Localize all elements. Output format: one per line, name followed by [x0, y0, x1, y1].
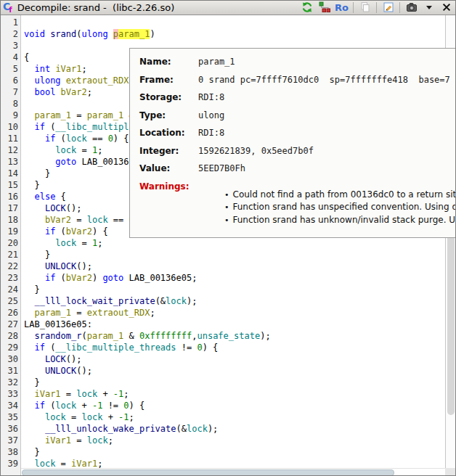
token[interactable]: (	[45, 401, 55, 411]
code-text[interactable]: LOCK();	[21, 202, 82, 214]
code-text[interactable]: UNLOCK();	[21, 365, 92, 377]
token[interactable]: if	[45, 226, 55, 237]
token[interactable]: __libc_multiple_threads	[55, 342, 176, 353]
code-text[interactable]: }	[21, 284, 40, 295]
code-line[interactable]: 2void srand(ulong param_1)	[1, 28, 445, 40]
token[interactable]: goto	[55, 157, 76, 167]
token[interactable]: );	[187, 296, 197, 306]
code-text[interactable]: if (__libc_multiple_threads != 0) {	[21, 342, 218, 353]
code-text[interactable]: else {	[21, 191, 66, 202]
token[interactable]: ;	[97, 459, 102, 468]
horizontal-scrollbar[interactable]	[21, 468, 445, 476]
token[interactable]: bVar2	[61, 87, 87, 97]
token[interactable]: -1	[113, 389, 123, 399]
panel-menu-button[interactable]	[423, 1, 435, 14]
token[interactable]: if	[34, 342, 44, 353]
token[interactable]: ;	[82, 64, 87, 74]
token[interactable]: lock	[34, 459, 55, 468]
token[interactable]: (	[81, 331, 86, 341]
token[interactable]: iVar1	[55, 64, 81, 74]
token[interactable]: UNLOCK	[45, 366, 76, 376]
token[interactable]: lock	[87, 435, 108, 446]
token[interactable]: -1	[118, 412, 129, 422]
code-text[interactable]: }	[21, 249, 50, 260]
token[interactable]: UNLOCK	[45, 261, 76, 271]
token[interactable]: bVar2	[66, 226, 92, 237]
token[interactable]: ;	[129, 412, 134, 422]
token[interactable]: LOCK	[45, 354, 66, 364]
code-text[interactable]	[21, 40, 24, 52]
token[interactable]: =	[71, 215, 87, 225]
token[interactable]: bool	[34, 87, 55, 97]
code-text[interactable]: __lll_lock_wait_private(&lock);	[21, 295, 197, 307]
token[interactable]: {	[55, 192, 65, 202]
token[interactable]: ;	[123, 389, 129, 399]
token[interactable]	[108, 29, 113, 39]
token[interactable]: }	[24, 447, 40, 457]
code-text[interactable]: void srand(ulong param_1)	[21, 28, 155, 40]
token[interactable]: LAB_00136e05:	[24, 319, 92, 329]
token[interactable]: else	[34, 192, 55, 202]
token[interactable]: iVar1	[71, 459, 97, 468]
token[interactable]	[24, 412, 45, 422]
code-text[interactable]: lock = 1;	[21, 144, 102, 156]
token[interactable]: ();	[66, 203, 82, 213]
code-line[interactable]: 37 iVar1 = lock;	[1, 435, 445, 446]
code-line[interactable]: 32 }	[1, 377, 445, 388]
edit-button[interactable]	[382, 1, 394, 14]
token[interactable]: lock	[55, 145, 76, 155]
token[interactable]: ulong	[34, 75, 60, 86]
code-line[interactable]: 31 UNLOCK();	[1, 365, 445, 377]
token[interactable]: srand	[50, 29, 76, 39]
code-text[interactable]: if (lock + -1 != 0) {	[21, 400, 144, 411]
code-text[interactable]: iVar1 = lock;	[21, 435, 113, 446]
code-line[interactable]: 27LAB_00136e05:	[1, 319, 445, 330]
code-text[interactable]: ulong extraout_RDX;	[21, 75, 134, 86]
token[interactable]: (&	[155, 296, 166, 306]
vertical-scrollbar-thumb[interactable]	[447, 218, 455, 415]
token[interactable]: bVar2	[66, 273, 92, 283]
token[interactable]: );	[260, 331, 270, 341]
code-text[interactable]: LOCK();	[21, 353, 82, 365]
copy-button[interactable]	[359, 1, 371, 14]
code-line[interactable]: 20 lock = 1;	[1, 237, 445, 249]
token[interactable]: aram_1	[118, 29, 150, 39]
code-text[interactable]: if (bVar2) {	[21, 226, 108, 237]
token[interactable]: (	[55, 273, 65, 283]
code-line[interactable]: 38 }	[1, 446, 445, 458]
token[interactable]	[61, 75, 66, 86]
token[interactable]: iVar1	[45, 435, 71, 446]
graph-button[interactable]	[318, 1, 330, 14]
token[interactable]: 0	[123, 401, 129, 411]
code-text[interactable]: param_1 = extraout_RDX;	[21, 307, 155, 319]
code-text[interactable]: if (lock == 0) {	[21, 133, 129, 144]
token[interactable]: lock	[187, 424, 208, 434]
ro-button[interactable]: Ro	[335, 1, 348, 14]
token[interactable]: if	[45, 273, 55, 283]
code-text[interactable]: }	[21, 179, 40, 191]
token[interactable]	[24, 75, 34, 86]
token[interactable]: ) {	[129, 401, 145, 411]
token[interactable]	[24, 261, 45, 271]
token[interactable]: (&	[176, 424, 187, 434]
code-line[interactable]: 39 lock = iVar1;	[1, 458, 445, 468]
token[interactable]: ();	[76, 261, 92, 271]
code-line[interactable]: 25 __lll_lock_wait_private(&lock);	[1, 295, 445, 307]
token[interactable]: }	[24, 284, 40, 295]
code-line[interactable]: 34 if (lock + -1 != 0) {	[1, 400, 445, 411]
token[interactable]	[24, 87, 34, 97]
token[interactable]: void	[24, 29, 50, 39]
token[interactable]: =	[66, 412, 82, 422]
token[interactable]: (	[45, 122, 55, 132]
code-line[interactable]: 29 if (__libc_multiple_threads != 0) {	[1, 342, 445, 353]
token[interactable]: =	[76, 238, 92, 248]
token[interactable]: __lll_lock_wait_private	[34, 296, 155, 306]
token[interactable]: p	[113, 29, 118, 39]
token[interactable]: if	[34, 401, 44, 411]
token[interactable]: );	[208, 424, 218, 434]
code-text[interactable]: lock = lock + -1;	[21, 411, 134, 423]
code-text[interactable]: bool bVar2;	[21, 86, 92, 98]
token[interactable]: if	[34, 122, 44, 132]
token[interactable]: &	[123, 331, 139, 341]
token[interactable]: =	[55, 459, 71, 468]
